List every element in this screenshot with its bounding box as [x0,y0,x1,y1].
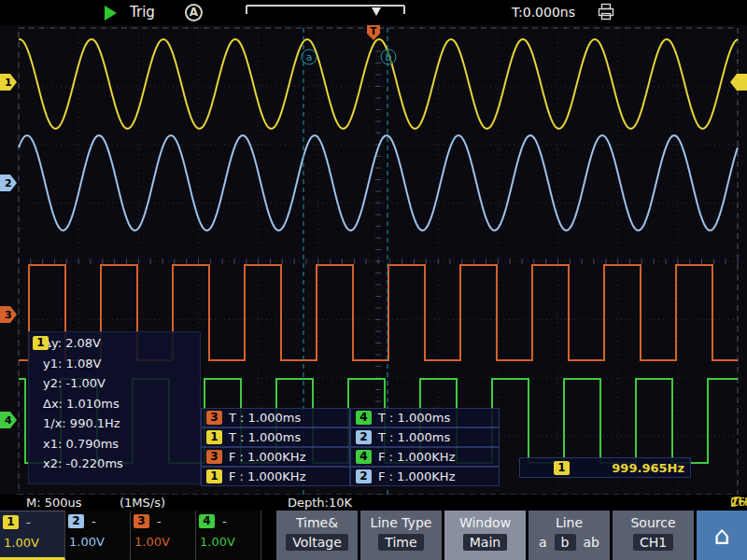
sample-rate-readout: (1MS/s) [120,495,165,511]
soft-menu-buttons: Time&VoltageLine TypeTimeWindowMainLinea… [276,511,747,560]
memory-depth-readout: Depth:10K [288,495,352,511]
channel-4-coupling: - [222,514,227,528]
cursor-measurement-row: Δy: 2.08V [43,333,200,354]
channel-4-scale: 1.00V [200,535,261,549]
cursor-measurement-row: x2: -0.220ms [43,454,200,474]
measurement-cell: 2F : 1.000KHz [350,467,500,486]
measurement-cell: 3F : 1.000KHz [201,447,350,467]
channel-1-badge: 1 [3,515,19,529]
home-button[interactable]: ⌂ [697,511,747,560]
measurement-table: 3T : 1.000ms4T : 1.000ms1T : 1.000ms2T :… [201,408,500,486]
svg-text:2: 2 [5,177,12,189]
status-bar: M: 500us (1MS/s) Depth:10K CH1:DC- 260mV [0,495,747,511]
auto-trigger-icon: A [185,4,203,21]
printer-icon[interactable] [598,3,614,21]
measurement-cell: 1F : 1.000KHz [201,467,350,486]
measurement-value: T : 1.000ms [378,411,450,425]
channel-4-badge: 4 [356,411,372,425]
measurement-cell: 4F : 1.000KHz [350,447,500,467]
svg-text:1: 1 [5,77,12,89]
measurement-value: F : 1.000KHz [378,450,455,464]
trigger-readout: CH1:DC- 260mV [730,495,741,509]
window-position-ruler[interactable] [239,0,412,21]
measurement-value: T : 1.000ms [229,411,301,425]
channel-3-badge: 3 [134,514,149,528]
trigger-level-value: 260mV [730,494,747,510]
svg-text:T: T [371,26,377,36]
channel-4-badge: 4 [199,514,215,528]
cursor-measurement-panel: 1 Δy: 2.08Vy1: 1.08Vy2: -1.00VΔx: 1.010m… [28,331,201,484]
measurement-value: F : 1.000KHz [229,450,305,464]
svg-text:3: 3 [5,309,12,321]
menu-line-type-button[interactable]: Line TypeTime [360,511,442,560]
svg-text:4: 4 [5,414,12,427]
channel-4-badge: 4 [356,450,372,464]
bottom-menu-bar: 1-1.00V2-1.00V3-1.00V4-1.00V Time&Voltag… [0,511,747,560]
channel-1-coupling: - [26,515,31,529]
channel-3-badge: 3 [206,450,222,464]
line-option-ab[interactable]: ab [584,535,599,550]
line-option-a[interactable]: a [539,535,547,550]
measurement-value: F : 1.000KHz [378,469,455,483]
top-bar: Trig A T:0.000ns [0,0,747,25]
cursor-channel-badge: 1 [33,336,49,350]
freq-counter-value: 999.965Hz [612,461,684,475]
measurement-cell: 3T : 1.000ms [201,408,350,427]
channel-status-boxes: 1-1.00V2-1.00V3-1.00V4-1.00V [0,511,261,560]
home-icon: ⌂ [713,521,729,550]
menu-type-value: Voltage [286,534,348,551]
measurement-value: T : 1.000ms [229,430,301,444]
window-position-marker[interactable] [372,7,381,16]
channel-2-coupling: - [92,514,96,528]
menu-line-type-value: Time [378,534,423,551]
frequency-counter: 1 999.965Hz [519,457,691,478]
oscilloscope-screen: abT1234 Trig A T:0.000ns 1 Δy: 2.08Vy1: … [0,0,747,560]
measurement-value: T : 1.000ms [378,430,450,444]
menu-source-button[interactable]: SourceCH1 [613,511,694,560]
menu-type-button[interactable]: Time&Voltage [276,511,358,560]
measurement-cell: 1T : 1.000ms [201,427,350,447]
menu-source-label: Source [630,515,675,530]
cursor-b-label: b [386,51,392,63]
channel-2-badge: 2 [68,514,84,528]
timebase-readout: M: 500us [26,495,82,511]
menu-window-value: Main [463,534,507,551]
channel-2-badge: 2 [356,469,372,483]
channel-1-badge: 1 [206,430,222,444]
run-play-icon [105,6,117,21]
measurement-row: 1T : 1.000ms2T : 1.000ms [201,427,500,447]
menu-line-button[interactable]: Lineabab [529,511,610,560]
line-option-b[interactable]: b [555,534,576,551]
menu-window-button[interactable]: WindowMain [444,511,526,560]
cursor-measurement-row: 1/x: 990.1Hz [43,413,200,434]
menu-line-label: Line [556,515,583,530]
channel-4-button[interactable]: 4-1.00V [196,511,261,560]
channel-2-button[interactable]: 2-1.00V [65,511,131,560]
freq-channel-badge: 1 [554,461,570,475]
menu-line-type-label: Line Type [371,515,432,530]
cursor-a-label: a [306,51,313,63]
channel-1-button[interactable]: 1-1.00V [0,511,65,560]
channel-2-badge: 2 [356,430,372,444]
menu-window-label: Window [459,515,511,530]
measurement-row: 3F : 1.000KHz4F : 1.000KHz [201,447,500,467]
channel-3-badge: 3 [206,411,222,425]
cursor-measurement-row: x1: 0.790ms [43,434,200,455]
measurement-row: 3T : 1.000ms4T : 1.000ms [201,408,500,427]
channel-3-scale: 1.00V [134,535,195,549]
menu-source-value: CH1 [633,534,673,551]
measurement-row: 1F : 1.000KHz2F : 1.000KHz [201,467,500,486]
measurement-cell: 4T : 1.000ms [350,408,500,427]
channel-3-coupling: - [157,514,162,528]
measurement-cell: 2T : 1.000ms [350,427,500,447]
channel-3-button[interactable]: 3-1.00V [131,511,196,560]
channel-1-badge: 1 [206,469,222,483]
channel-2-scale: 1.00V [69,535,130,549]
trigger-time-offset: T:0.000ns [512,5,575,20]
measurement-value: F : 1.000KHz [229,469,305,483]
menu-type-label: Time& [296,515,338,530]
cursor-measurement-rows: Δy: 2.08Vy1: 1.08Vy2: -1.00VΔx: 1.010ms1… [29,332,200,474]
trig-label: Trig [130,4,155,21]
cursor-measurement-row: Δx: 1.010ms [43,394,200,414]
cursor-measurement-row: y1: 1.08V [43,354,200,374]
